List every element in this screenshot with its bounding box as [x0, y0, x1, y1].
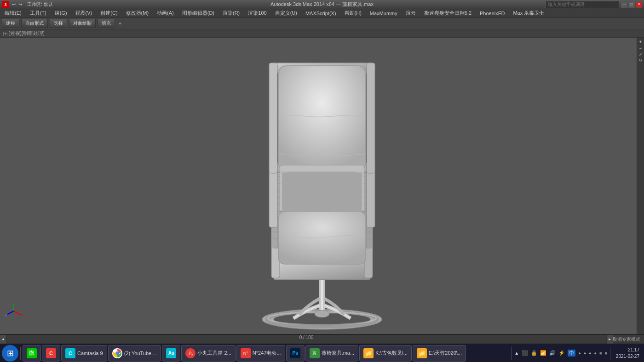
timeline-next-button[interactable]: ►	[606, 335, 613, 344]
taskbar-sep-1	[20, 347, 21, 360]
tray-icon-2[interactable]: 🔒	[531, 350, 537, 356]
close-button[interactable]: ✕	[636, 1, 642, 8]
jianpian-label: 藤椅家具.ma...	[322, 350, 355, 356]
taskbar-item-chrome[interactable]: (2) YouTube ...	[108, 345, 161, 362]
tray-icon-5[interactable]: ⚡	[558, 350, 565, 356]
menu-group[interactable]: 组(G)	[51, 9, 71, 17]
audition-icon: Au	[166, 348, 176, 358]
system-tray: ▲ ⬛ 🔒 📶 🔊 ⚡ 中 ● ● ● ● ■ ■	[514, 350, 607, 356]
toolbar-freeform[interactable]: 自由形式	[21, 19, 48, 28]
viewport[interactable]: X Y Z + − ⤢ ↻	[0, 38, 644, 334]
menu-animation[interactable]: 动画(A)	[153, 9, 178, 17]
taskbar-item-camtasia[interactable]: C Camtasia 9	[61, 345, 107, 362]
taskbar-item-3dsmax[interactable]: 剪 藤椅家具.ma...	[305, 345, 359, 362]
svg-text:Y: Y	[13, 302, 16, 305]
tray-lang-cn[interactable]: 中	[568, 350, 575, 356]
taskbar-item-audition[interactable]: Au	[162, 345, 180, 362]
menu-phoenixfd[interactable]: PhoenixFD	[476, 10, 508, 17]
app-container: 3 ↩ ↪ 工作区: 默认 Autodesk 3ds Max 2014 x64 …	[0, 0, 644, 362]
timeline-prev-button[interactable]: ◄	[0, 335, 6, 344]
menu-tools[interactable]: 工具(T)	[26, 9, 50, 17]
fit-btn[interactable]: ⤢	[638, 51, 643, 57]
taskbar-item-folder2[interactable]: 📁 E:\天竹2020\...	[413, 345, 466, 362]
title-bar-left: 3 ↩ ↪ 工作区: 默认	[2, 1, 55, 8]
viewport-label: [ + ] [透视] [明暗处理]	[0, 29, 644, 38]
tray-misc-4[interactable]: ●	[594, 351, 597, 356]
maximize-button[interactable]: □	[628, 1, 635, 8]
taskbar-item-folder1[interactable]: 📁 K:\古色数见\...	[359, 345, 412, 362]
menu-graph-editor[interactable]: 图形编辑器(D)	[178, 9, 218, 17]
tray-misc-2[interactable]: ●	[584, 351, 586, 356]
taskbar: ⊞ 微 C C Camtasia 9	[0, 344, 644, 362]
title-bar-right: — □ ✕	[546, 1, 642, 8]
search-input[interactable]	[546, 1, 619, 8]
taskbar-sep-2	[511, 347, 512, 360]
content-area: [ + ] [透视] [明暗处理]	[0, 29, 644, 362]
taskbar-item-redapp[interactable]: C	[42, 345, 60, 362]
menu-maxscript[interactable]: MAXScript(X)	[302, 10, 340, 17]
svg-text:X: X	[21, 313, 23, 317]
menu-slim[interactable]: 极速瘦身安全归档5.2	[420, 9, 475, 17]
taskbar-item-wechat[interactable]: 微	[23, 345, 41, 362]
svg-point-58	[116, 352, 119, 355]
menu-maxmummy[interactable]: MaxMummy	[366, 10, 401, 17]
menu-modifier[interactable]: 修改器(M)	[122, 9, 153, 17]
taskbar-item-n247[interactable]: N° N°247电动...	[236, 345, 285, 362]
orbit-btn[interactable]: ↻	[638, 57, 643, 63]
toolbar-object-paint[interactable]: 对象绘制	[69, 19, 96, 28]
chrome-icon	[112, 348, 122, 358]
menu-edit[interactable]: 编辑(E)	[1, 9, 25, 17]
app-logo: 3	[2, 1, 9, 8]
danwan-label: 小丸工具箱 2...	[197, 350, 231, 356]
menu-zhanyun[interactable]: 渲云	[402, 9, 420, 17]
tray-icon-1[interactable]: ⬛	[522, 350, 528, 356]
folder2-icon: 📁	[417, 348, 427, 358]
tray-misc-3[interactable]: ●	[589, 351, 591, 356]
zoom-out-btn[interactable]: −	[638, 45, 643, 51]
minimize-button[interactable]: —	[621, 1, 627, 8]
jianpian-icon: 剪	[310, 348, 320, 358]
menu-antivirus[interactable]: Max 杀毒卫士	[509, 9, 548, 17]
toolbar-row-1: 建模 自由形式 选择 对象绘制 填充 ●	[0, 17, 644, 29]
expert-mode-label[interactable]: 取消专家模式	[613, 336, 644, 343]
tray-arrow[interactable]: ▲	[514, 351, 519, 356]
svg-rect-8	[274, 262, 370, 280]
menu-customize[interactable]: 自定义(U)	[271, 9, 301, 17]
tray-icon-3[interactable]: 📶	[540, 350, 546, 356]
redo-icon[interactable]: ↪	[17, 2, 23, 7]
system-clock[interactable]: 21:17 2021-02-27	[613, 347, 642, 360]
camtasia-label: Camtasia 9	[77, 351, 103, 356]
vp-shading-label[interactable]: [明暗处理]	[22, 30, 45, 37]
menu-help[interactable]: 帮助(H)	[341, 9, 365, 17]
axis-indicator: X Y Z	[5, 302, 23, 320]
wechat-icon: 微	[27, 348, 37, 358]
toolbar-select[interactable]: 选择	[50, 19, 67, 28]
title-toolbar-group: ↩ ↪ 工作区: 默认	[11, 1, 55, 8]
menu-create[interactable]: 创建(C)	[97, 9, 121, 17]
tray-misc-6[interactable]: ■	[604, 351, 607, 356]
toolbar-modeling[interactable]: 建模	[2, 19, 19, 28]
menu-render100[interactable]: 渲染100	[244, 9, 270, 17]
zoom-in-btn[interactable]: +	[638, 39, 643, 45]
right-toolbar: + − ⤢ ↻	[637, 38, 644, 334]
undo-icon[interactable]: ↩	[11, 2, 17, 7]
toolbar-extra[interactable]: ●	[117, 21, 123, 26]
clock-date: 2021-02-27	[616, 353, 639, 360]
tray-misc-5[interactable]: ■	[599, 351, 602, 356]
vp-mode-label[interactable]: [透视]	[9, 30, 22, 37]
menu-view[interactable]: 视图(V)	[72, 9, 96, 17]
tray-misc-1[interactable]: ●	[578, 351, 581, 356]
taskbar-item-danwan[interactable]: 丸 小丸工具箱 2...	[181, 345, 235, 362]
svg-point-7	[315, 310, 329, 317]
folder1-label: K:\古色数见\...	[375, 350, 408, 356]
menu-render[interactable]: 渲染(R)	[219, 9, 243, 17]
timeline-track[interactable]: 0 / 100	[6, 335, 606, 344]
toolbar-fill[interactable]: 填充	[98, 19, 115, 28]
svg-rect-41	[269, 63, 277, 173]
n247-label: N°247电动...	[253, 350, 281, 356]
svg-text:Z: Z	[5, 313, 7, 317]
start-button[interactable]: ⊞	[2, 345, 18, 362]
tray-icon-4[interactable]: 🔊	[549, 350, 556, 356]
workarea-dropdown[interactable]: 工作区: 默认	[25, 1, 55, 8]
taskbar-item-ps[interactable]: Ps	[286, 345, 305, 362]
